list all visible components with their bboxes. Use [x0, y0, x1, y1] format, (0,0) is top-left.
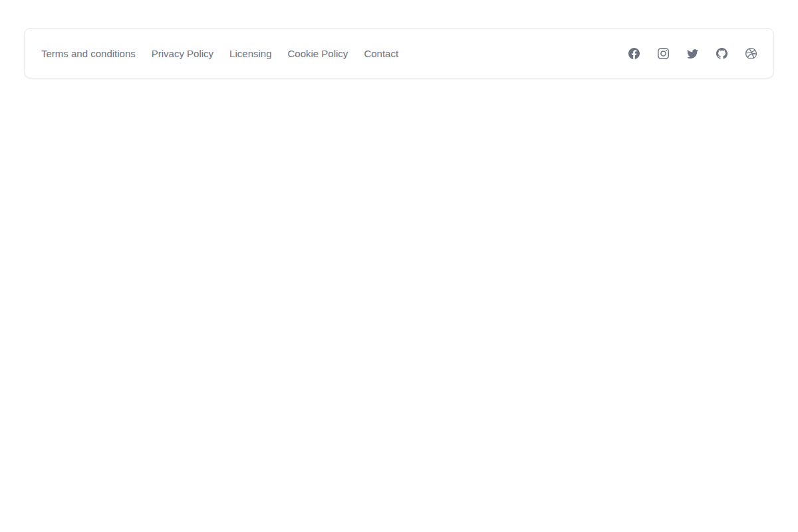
social-link-dribbble[interactable] — [745, 48, 757, 59]
footer-link-cookie-policy[interactable]: Cookie Policy — [288, 49, 348, 59]
instagram-icon — [658, 48, 669, 59]
twitter-icon — [687, 48, 698, 59]
social-link-twitter[interactable] — [687, 48, 698, 59]
social-link-facebook[interactable] — [628, 48, 640, 59]
footer-link-contact[interactable]: Contact — [364, 49, 398, 59]
facebook-icon — [628, 48, 640, 59]
footer-bar: Terms and conditions Privacy Policy Lice… — [24, 28, 774, 78]
social-link-instagram[interactable] — [658, 48, 669, 59]
dribbble-icon — [745, 48, 757, 59]
social-link-github[interactable] — [716, 48, 728, 59]
footer-link-licensing[interactable]: Licensing — [229, 49, 271, 59]
footer-link-privacy-policy[interactable]: Privacy Policy — [152, 49, 213, 59]
github-icon — [716, 48, 728, 59]
footer-nav: Terms and conditions Privacy Policy Lice… — [41, 49, 398, 59]
social-icon-list — [628, 48, 757, 59]
footer-link-terms[interactable]: Terms and conditions — [41, 49, 136, 59]
